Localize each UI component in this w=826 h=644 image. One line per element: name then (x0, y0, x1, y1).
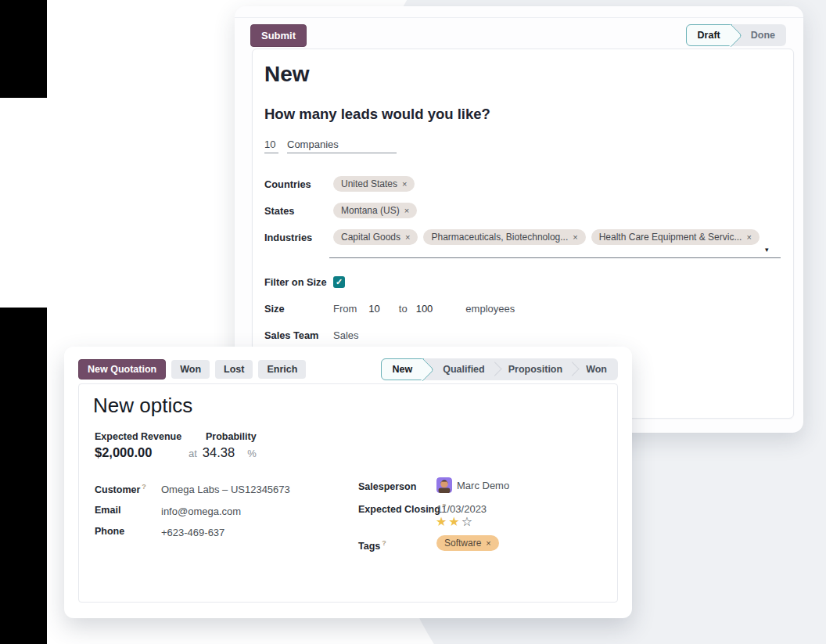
tags-help-icon: ? (382, 539, 386, 547)
industries-label: Industries (264, 232, 333, 243)
pipeline-step-new-label: New (393, 364, 413, 375)
expected-revenue-label: Expected Revenue (95, 431, 181, 442)
state-tag[interactable]: Montana (US) × (333, 203, 417, 218)
enrich-button[interactable]: Enrich (258, 360, 306, 379)
probability-label: Probability (206, 431, 257, 442)
dialog-title: New (264, 62, 310, 87)
phone-value[interactable]: +623-469-637 (161, 527, 224, 538)
pipeline-statusbar: New Qualified Proposition Won (381, 358, 618, 380)
pipeline-step-won[interactable]: Won (575, 358, 618, 380)
star-filled-icon[interactable]: ★ (436, 515, 448, 528)
priority-stars: ★★☆ (436, 514, 474, 529)
probability-value-group: at 34.38 % (189, 445, 257, 460)
lead-question-heading: How many leads would you like? (264, 106, 490, 123)
statusbar-step-draft-label: Draft (698, 30, 720, 41)
black-overlay-bottom-left (0, 308, 47, 644)
lost-button[interactable]: Lost (215, 360, 253, 379)
lead-count-unit-input[interactable]: Companies (287, 139, 397, 153)
remove-tag-icon[interactable]: × (405, 233, 410, 242)
software-tag[interactable]: Software × (436, 535, 499, 551)
probability-unit-label: % (247, 448, 257, 459)
customer-label: Customer? (95, 483, 146, 495)
probability-value[interactable]: 34.38 (203, 445, 235, 460)
statusbar: Draft Done (686, 24, 786, 46)
states-label: States (264, 205, 333, 217)
expected-closing-label: Expected Closing? (358, 502, 446, 515)
black-overlay-top-left (0, 0, 47, 98)
submit-button[interactable]: Submit (250, 24, 307, 47)
tags-label: Tags? (358, 539, 386, 552)
filter-on-size-row: Filter on Size ✓ (264, 274, 345, 290)
remove-tag-icon[interactable]: × (404, 207, 409, 215)
pipeline-step-qualified[interactable]: Qualified (424, 358, 495, 380)
sales-team-label: Sales Team (264, 329, 333, 341)
opportunity-card: New Quotation Won Lost Enrich New Qualif… (64, 347, 632, 618)
statusbar-step-draft[interactable]: Draft (686, 24, 732, 46)
opportunity-form-sheet: New optics Expected Revenue Probability … (78, 383, 618, 603)
expected-closing-value[interactable]: 11/03/2023 (436, 503, 487, 515)
salesperson-value-group[interactable]: Marc Demo (436, 477, 509, 493)
star-empty-icon[interactable]: ☆ (461, 515, 474, 528)
expected-revenue-value[interactable]: $2,000.00 (95, 445, 152, 460)
country-tag-label: United States (341, 178, 397, 189)
customer-value[interactable]: Omega Labs – US12345673 (161, 484, 290, 495)
remove-tag-icon[interactable]: × (746, 233, 751, 242)
phone-label: Phone (95, 526, 124, 537)
lead-count-row: 10Companies (264, 139, 397, 153)
size-from-input[interactable]: 10 (368, 303, 379, 315)
size-from-label: From (333, 303, 357, 315)
salesperson-name: Marc Demo (457, 480, 509, 491)
industry-tag[interactable]: Pharmaceuticals, Biotechnolog... × (423, 229, 585, 245)
size-to-label: to (399, 303, 408, 315)
industries-row: Industries Capital Goods × Pharmaceutica… (264, 229, 765, 245)
salesperson-label: Salesperson (358, 481, 416, 492)
probability-at-label: at (189, 448, 197, 459)
opportunity-header: New Quotation Won Lost Enrich New Qualif… (78, 359, 618, 380)
filter-on-size-checkbox[interactable]: ✓ (333, 276, 345, 288)
countries-row: Countries United States × (264, 176, 420, 192)
industries-input-underline[interactable] (329, 257, 781, 258)
dialog-header: Submit Draft Done (250, 23, 786, 47)
won-button[interactable]: Won (171, 360, 210, 379)
remove-tag-icon[interactable]: × (486, 539, 490, 548)
states-row: States Montana (US) × (264, 203, 422, 218)
remove-tag-icon[interactable]: × (402, 180, 407, 189)
sales-team-value[interactable]: Sales (333, 329, 359, 341)
size-to-input[interactable]: 100 (416, 303, 433, 315)
star-filled-icon[interactable]: ★ (448, 515, 461, 528)
industry-tag[interactable]: Capital Goods × (333, 229, 418, 245)
email-value[interactable]: info@omega.com (161, 505, 241, 517)
new-quotation-button[interactable]: New Quotation (78, 359, 166, 380)
industry-tag-label: Health Care Equipment & Servic... (599, 232, 742, 243)
tags-field: Software × (436, 535, 499, 551)
industries-dropdown-caret-icon[interactable]: ▾ (765, 246, 769, 254)
email-label: Email (95, 505, 120, 516)
filter-on-size-label: Filter on Size (264, 276, 333, 288)
industry-tag-label: Capital Goods (341, 232, 400, 243)
remove-tag-icon[interactable]: × (573, 233, 577, 242)
salesperson-avatar (436, 477, 452, 493)
dialog-top-divider (235, 17, 803, 18)
opportunity-title-input[interactable]: New optics (93, 394, 192, 418)
state-tag-label: Montana (US) (341, 205, 400, 216)
country-tag[interactable]: United States × (333, 176, 415, 192)
size-label: Size (264, 303, 333, 315)
pipeline-step-new[interactable]: New (381, 358, 425, 380)
lead-count-input[interactable]: 10 (264, 139, 278, 153)
size-row: Size From 10 to 100 employees (264, 300, 515, 316)
software-tag-label: Software (444, 538, 481, 549)
customer-help-icon: ? (142, 483, 146, 491)
industry-tag-label: Pharmaceuticals, Biotechnolog... (431, 232, 568, 243)
industry-tag[interactable]: Health Care Equipment & Servic... × (591, 229, 760, 245)
pipeline-step-proposition[interactable]: Proposition (497, 358, 573, 380)
sales-team-row: Sales Team Sales (264, 327, 359, 343)
size-suffix-label: employees (465, 303, 515, 315)
countries-label: Countries (264, 178, 333, 190)
